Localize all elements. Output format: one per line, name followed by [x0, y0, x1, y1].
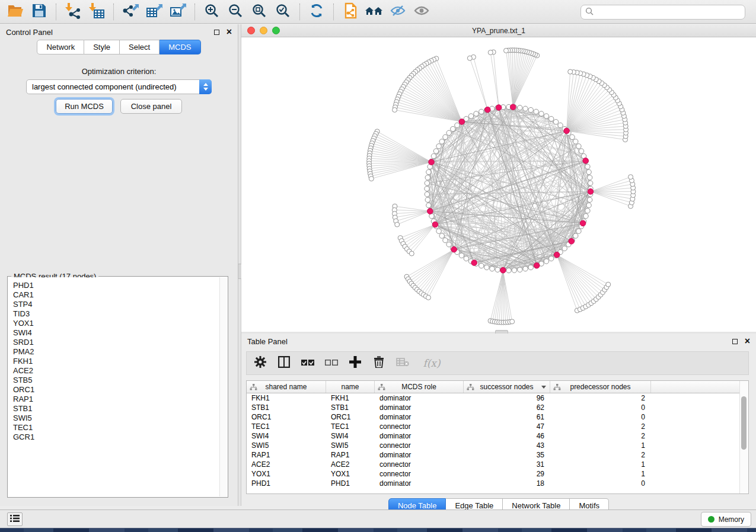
open-file-button[interactable]: [4, 2, 27, 22]
cell-shared-name: FKH1: [247, 393, 326, 403]
first-neighbors-button[interactable]: [362, 2, 386, 22]
column-header-predecessor-nodes[interactable]: predecessor nodes: [550, 381, 651, 393]
column-header-shared-name[interactable]: shared name: [247, 381, 326, 393]
mcds-node-item[interactable]: STB1: [13, 404, 215, 414]
mcds-node-item[interactable]: STB5: [13, 376, 215, 385]
mcds-node-item[interactable]: PMA2: [13, 347, 215, 357]
mcds-node-item[interactable]: SRD1: [13, 338, 215, 347]
tab-select[interactable]: Select: [120, 40, 160, 55]
close-panel-button[interactable]: Close panel: [120, 99, 182, 114]
hide-selected-button[interactable]: [386, 2, 410, 22]
main-toolbar: [0, 0, 756, 24]
mcds-node-item[interactable]: ORC1: [13, 385, 215, 395]
mcds-node-item[interactable]: SWI4: [13, 328, 215, 338]
export-table-button[interactable]: [142, 2, 166, 22]
mcds-node-item[interactable]: TEC1: [13, 423, 215, 432]
zoom-fit-button[interactable]: [247, 2, 271, 22]
table-row[interactable]: ORC1ORC1dominator610: [247, 412, 748, 422]
search-field[interactable]: [580, 5, 745, 20]
delete-column-button[interactable]: [371, 355, 387, 371]
zoom-selected-button[interactable]: [271, 2, 295, 22]
close-panel-icon[interactable]: ×: [745, 336, 750, 346]
show-columns-button[interactable]: [276, 355, 292, 371]
close-panel-icon[interactable]: ×: [227, 27, 232, 37]
mcds-node-item[interactable]: PHD1: [13, 281, 215, 290]
table-row[interactable]: SWI5SWI5connector431: [247, 441, 748, 450]
cell-shared-name: STB1: [247, 403, 326, 412]
cell-MCDS-role: connector: [375, 469, 464, 479]
apply-preferred-layout-icon: [309, 3, 324, 21]
float-panel-icon[interactable]: [732, 339, 738, 344]
mcds-node-item[interactable]: ACE2: [13, 366, 215, 376]
table-row[interactable]: RAP1RAP1dominator352: [247, 450, 748, 460]
save-session-button[interactable]: [27, 2, 51, 22]
table-row[interactable]: PHD1PHD1dominator180: [247, 479, 748, 488]
float-panel-icon[interactable]: [214, 30, 219, 35]
mcds-node-item[interactable]: FKH1: [13, 357, 215, 366]
mcds-node-item[interactable]: SWI5: [13, 414, 215, 423]
table-scrollbar[interactable]: [739, 381, 748, 493]
zoom-in-icon: [204, 3, 219, 21]
table-settings-button[interactable]: [253, 355, 268, 371]
control-panel-title: Control Panel: [6, 28, 53, 37]
tab-mcds[interactable]: MCDS: [160, 40, 200, 55]
mcds-node-item[interactable]: GCR1: [13, 432, 215, 442]
save-session-icon: [31, 3, 47, 21]
chevron-down-icon[interactable]: [541, 386, 546, 389]
table-row[interactable]: ACE2ACE2connector311: [247, 460, 748, 469]
table-row[interactable]: STB1STB1dominator620: [247, 403, 748, 412]
table-row[interactable]: YOX1YOX1connector291: [247, 469, 748, 479]
table-toolbar: f(x): [246, 351, 749, 375]
minimize-window-icon[interactable]: [260, 27, 267, 34]
delete-table-button-disabled: [395, 355, 410, 371]
task-history-button[interactable]: [7, 512, 23, 526]
tab-style[interactable]: Style: [84, 40, 120, 55]
table-scrollbar-thumb[interactable]: [741, 396, 747, 450]
zoom-out-button[interactable]: [224, 2, 247, 22]
table-row[interactable]: FKH1FKH1dominator962: [247, 393, 748, 403]
cell-successor-nodes: 62: [464, 403, 550, 412]
mcds-node-item[interactable]: TID3: [13, 309, 215, 319]
mcds-node-item[interactable]: YOX1: [13, 319, 215, 328]
column-header-name[interactable]: name: [326, 381, 375, 393]
new-network-from-selection-button[interactable]: [339, 2, 362, 22]
create-column-button[interactable]: [347, 355, 363, 371]
mcds-result-group: MCDS result (17 nodes) PHD1CAR1STP4TID3Y…: [7, 276, 228, 498]
toolbar-separator: [299, 4, 300, 20]
table-panel-header: Table Panel ×: [241, 334, 756, 349]
tab-network[interactable]: Network: [37, 40, 84, 55]
mcds-node-item[interactable]: RAP1: [13, 395, 215, 404]
mcds-list-scrollbar[interactable]: [219, 277, 227, 496]
zoom-in-button[interactable]: [200, 2, 224, 22]
run-mcds-button[interactable]: Run MCDS: [56, 99, 113, 114]
import-table-button[interactable]: [85, 2, 109, 22]
node-table[interactable]: shared namenameMCDS rolesuccessor nodesp…: [246, 380, 749, 494]
mcds-node-item[interactable]: STP4: [13, 300, 215, 309]
memory-button[interactable]: Memory: [701, 512, 751, 527]
unselect-all-columns-button[interactable]: [324, 355, 339, 371]
apply-preferred-layout-button[interactable]: [305, 2, 328, 22]
select-all-columns-button[interactable]: [300, 355, 315, 371]
mcds-result-list[interactable]: PHD1CAR1STP4TID3YOX1SWI4SRD1PMA2FKH1ACE2…: [8, 277, 219, 496]
table-row[interactable]: SWI4SWI4dominator462: [247, 431, 748, 441]
maximize-window-icon[interactable]: [272, 27, 280, 34]
cell-successor-nodes: 96: [464, 393, 550, 403]
column-header-MCDS-role[interactable]: MCDS role: [375, 381, 464, 393]
column-header-successor-nodes[interactable]: successor nodes: [464, 381, 550, 393]
table-panel-title: Table Panel: [247, 337, 288, 346]
import-network-button[interactable]: [61, 2, 85, 22]
cell-name: FKH1: [326, 393, 375, 403]
mcds-node-item[interactable]: CAR1: [13, 290, 215, 300]
show-all-button[interactable]: [410, 2, 433, 22]
hide-selected-icon: [390, 4, 406, 20]
cell-name: ACE2: [326, 460, 375, 469]
table-row[interactable]: TEC1TEC1connector472: [247, 422, 748, 431]
export-image-button[interactable]: [166, 2, 190, 22]
export-network-button[interactable]: [119, 2, 142, 22]
criterion-dropdown[interactable]: largest connected component (undirected): [26, 79, 212, 94]
close-window-icon[interactable]: [247, 27, 255, 34]
search-input[interactable]: [596, 8, 741, 17]
control-panel: Control Panel × NetworkStyleSelectMCDS O…: [0, 24, 238, 506]
network-canvas[interactable]: [241, 37, 756, 332]
cell-predecessor-nodes: 1: [550, 441, 651, 450]
